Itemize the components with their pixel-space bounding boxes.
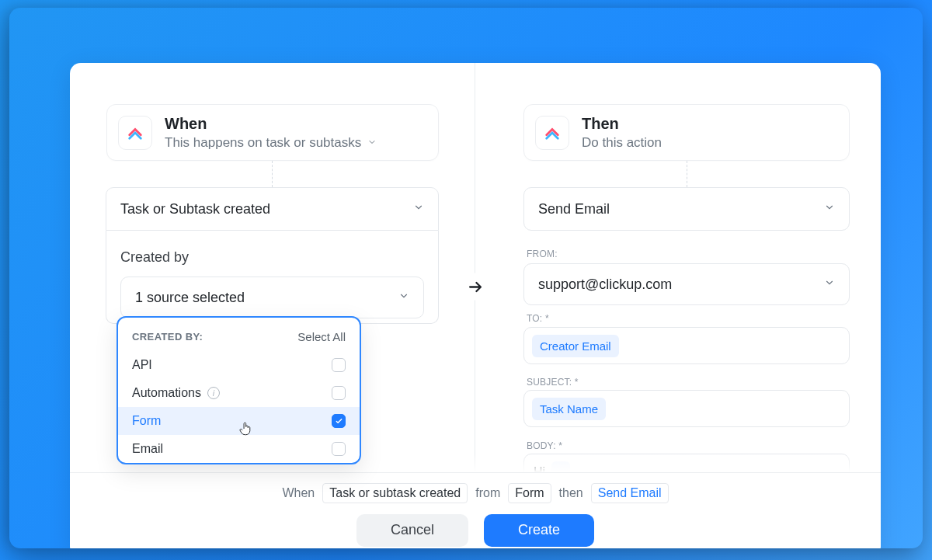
created-by-label: Created by xyxy=(120,249,424,266)
source-select[interactable]: 1 source selected xyxy=(120,277,424,318)
columns-wrap: When This happens on task or subtasks Ta… xyxy=(70,63,881,471)
trigger-select[interactable]: Task or Subtask created xyxy=(106,187,439,231)
when-subtitle: This happens on task or subtasks xyxy=(165,135,361,151)
automation-modal: When This happens on task or subtasks Ta… xyxy=(70,63,881,548)
action-value: Send Email xyxy=(538,201,610,217)
connector-line xyxy=(272,161,273,187)
cancel-button[interactable]: Cancel xyxy=(356,514,468,547)
dropdown-item-label: Email xyxy=(132,442,163,456)
then-subtitle: Do this action xyxy=(582,135,835,151)
from-value: support@clickup.com xyxy=(538,277,672,293)
then-column: Then Do this action Send Email FROM: sup… xyxy=(475,63,881,471)
created-by-dropdown: CREATED BY: Select All API Automations i xyxy=(116,316,361,464)
summary-source-chip: Form xyxy=(508,483,551,503)
checkbox-unchecked-icon[interactable] xyxy=(332,442,346,456)
subject-input[interactable]: Task Name xyxy=(523,390,850,427)
summary-from: from xyxy=(475,486,500,500)
checkbox-unchecked-icon[interactable] xyxy=(332,358,346,372)
dropdown-item-label: API xyxy=(132,358,152,372)
to-input[interactable]: Creator Email xyxy=(523,327,850,364)
create-button[interactable]: Create xyxy=(484,514,594,547)
dropdown-item-api[interactable]: API xyxy=(118,351,360,379)
trigger-body: Created by 1 source selected xyxy=(106,231,439,324)
from-label: FROM: xyxy=(527,249,558,259)
chevron-down-icon xyxy=(413,202,424,216)
info-icon[interactable]: i xyxy=(207,387,220,399)
dropdown-item-label: Form xyxy=(132,414,161,428)
app-background: When This happens on task or subtasks Ta… xyxy=(0,0,932,560)
summary-sentence: When Task or subtask created from Form t… xyxy=(282,483,668,503)
dropdown-header-label: CREATED BY: xyxy=(132,331,203,343)
then-header-card: Then Do this action xyxy=(523,104,850,161)
trigger-value: Task or Subtask created xyxy=(120,201,270,217)
cursor-pointer-icon xyxy=(239,422,252,439)
summary-then: then xyxy=(559,486,583,500)
summary-action-chip: Send Email xyxy=(591,483,669,503)
chevron-down-icon xyxy=(824,277,835,291)
dropdown-item-automations[interactable]: Automations i xyxy=(118,379,360,407)
connector-line xyxy=(687,161,687,187)
when-title: When xyxy=(165,114,424,134)
to-label: TO: * xyxy=(527,313,549,324)
footer: When Task or subtask created from Form t… xyxy=(70,472,881,548)
source-value: 1 source selected xyxy=(135,290,245,306)
clickup-logo-icon xyxy=(535,116,569,150)
subject-label: SUBJECT: * xyxy=(527,377,579,388)
from-select[interactable]: support@clickup.com xyxy=(523,263,850,305)
action-select[interactable]: Send Email xyxy=(523,187,850,231)
chevron-down-icon xyxy=(824,202,835,216)
select-all-button[interactable]: Select All xyxy=(297,330,346,343)
dropdown-item-label: Automations xyxy=(132,386,201,400)
window-shadow: When This happens on task or subtasks Ta… xyxy=(9,8,923,548)
then-title: Then xyxy=(582,114,835,134)
subject-token[interactable]: Task Name xyxy=(532,398,606,420)
to-token[interactable]: Creator Email xyxy=(532,335,619,357)
summary-trigger-chip: Task or subtask created xyxy=(322,483,468,503)
dropdown-item-email[interactable]: Email xyxy=(118,435,360,463)
when-header-card: When This happens on task or subtasks xyxy=(106,104,439,161)
arrow-right-icon xyxy=(462,273,489,301)
chevron-down-icon xyxy=(398,290,409,304)
when-column: When This happens on task or subtasks Ta… xyxy=(70,63,475,471)
checkbox-checked-icon[interactable] xyxy=(332,414,346,428)
clickup-logo-icon xyxy=(118,116,152,150)
checkbox-unchecked-icon[interactable] xyxy=(332,386,346,400)
body-label: BODY: * xyxy=(527,440,562,451)
summary-when: When xyxy=(282,486,315,500)
chevron-down-icon[interactable] xyxy=(367,135,377,151)
